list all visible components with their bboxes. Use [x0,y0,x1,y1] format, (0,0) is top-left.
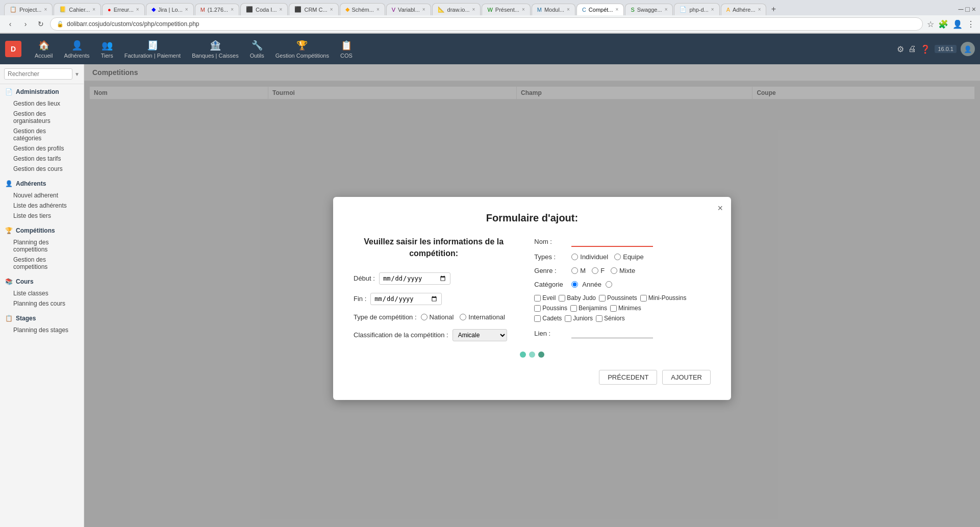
checkbox-seniors-input[interactable] [596,315,602,322]
tab-mail[interactable]: M(1.276...× [195,4,239,15]
forward-button[interactable]: › [19,18,32,30]
tab-present[interactable]: WPrésent...× [482,4,530,15]
checkbox-poussinets[interactable]: Poussinets [599,294,637,302]
sidebar-item-nouvel-adherent[interactable]: Nouvel adherent [5,190,79,200]
type-international-option[interactable]: International [460,313,505,321]
tab-compet[interactable]: CCompét...× [576,4,624,15]
settings-icon[interactable]: ⚙ [897,44,904,54]
checkbox-poussins[interactable]: Poussins [534,305,567,312]
checkbox-seniors[interactable]: Séniors [596,315,625,322]
tab-php[interactable]: 📄php-d...× [674,3,719,15]
debut-input[interactable] [379,272,450,285]
sidebar-item-planning-cours[interactable]: Planning des cours [5,298,79,309]
categorie-radio2[interactable] [606,281,612,288]
checkbox-mini-poussins[interactable]: Mini-Poussins [640,294,687,302]
sidebar-item-gestion-categories[interactable]: Gestion des catégories [5,126,79,143]
app-logo[interactable]: D [5,41,21,57]
nom-input[interactable] [571,236,653,247]
user-avatar[interactable]: 👤 [961,42,975,56]
nav-accueil[interactable]: 🏠 Accueil [30,37,58,62]
sidebar-item-planning-competitions[interactable]: Planning des competitions [5,237,79,255]
nav-outils[interactable]: 🔧 Outils [245,37,269,62]
nav-gestion-competitions[interactable]: 🏆 Gestion Compétitions [270,37,334,62]
checkbox-baby-judo-input[interactable] [559,295,565,302]
checkbox-eveil-input[interactable] [534,295,541,302]
checkbox-cadets[interactable]: Cadets [534,315,562,322]
extension-icon[interactable]: 🧩 [937,18,949,30]
sidebar-item-gestion-profils[interactable]: Gestion des profils [5,143,79,154]
tab-coda[interactable]: ⬛Coda I...× [240,3,288,15]
tab-drawio[interactable]: 📐draw.io...× [432,3,481,15]
fin-input[interactable] [370,293,442,305]
nav-facturation[interactable]: 🧾 Facturation | Paiement [119,37,186,62]
sidebar-item-planning-stages[interactable]: Planning des stages [5,325,79,335]
sidebar-item-gestion-tarifs[interactable]: Gestion des tarifs [5,154,79,164]
categorie-radio1-input[interactable] [571,281,578,288]
sidebar-item-liste-classes[interactable]: Liste classes [5,288,79,298]
print-icon[interactable]: 🖨 [908,44,916,54]
help-icon[interactable]: ❓ [920,44,931,54]
genre-mixte-radio[interactable] [611,267,617,274]
checkbox-eveil[interactable]: Eveil [534,294,556,302]
back-button[interactable]: ‹ [4,18,16,30]
sidebar-item-gestion-organisateurs[interactable]: Gestion des organisateurs [5,109,79,126]
nav-cos[interactable]: 📋 COS [335,37,358,62]
tab-crm[interactable]: ⬛CRM C...× [289,3,338,15]
genre-m-radio[interactable] [571,267,578,274]
type-individuel-radio[interactable] [571,254,578,260]
reload-button[interactable]: ↻ [35,18,47,30]
checkbox-mini-poussins-input[interactable] [640,295,647,302]
star-icon[interactable]: ☆ [926,18,935,30]
categorie-radio2-input[interactable] [606,281,612,288]
type-national-radio[interactable] [421,314,428,320]
genre-mixte-option[interactable]: Mixte [611,267,635,274]
checkbox-poussins-input[interactable] [534,305,541,312]
lien-input[interactable] [571,328,653,338]
tab-variable[interactable]: VVariabl...× [386,4,431,15]
checkbox-benjamins-input[interactable] [570,305,577,312]
search-dropdown-icon[interactable]: ▼ [74,71,80,77]
new-tab-button[interactable]: + [767,3,780,15]
nav-tiers[interactable]: 👥 Tiers [96,37,118,62]
tab-schema[interactable]: ◆Schém...× [340,3,385,15]
checkbox-cadets-input[interactable] [534,315,541,322]
tab-cahier[interactable]: 📒Cahier...× [54,3,101,15]
nav-adherents[interactable]: 👤 Adhérents [59,37,94,62]
tab-jira[interactable]: ◆Jira | Lo...× [146,3,194,15]
checkbox-poussinets-input[interactable] [599,295,606,302]
type-individuel-option[interactable]: Individuel [571,253,608,261]
checkbox-juniors-input[interactable] [565,315,571,322]
categorie-radio1[interactable] [571,281,578,288]
sidebar-item-liste-adherents[interactable]: Liste des adhérents [5,200,79,211]
profile-icon[interactable]: 👤 [951,18,964,30]
sidebar-item-liste-tiers[interactable]: Liste des tiers [5,211,79,221]
checkbox-baby-judo[interactable]: Baby Judo [559,294,596,302]
address-bar[interactable]: 🔓 dolibarr.cosjudo/custom/cos/php/compet… [50,17,923,31]
minimize-button[interactable]: ─ [958,5,963,13]
close-window-button[interactable]: × [972,5,976,13]
modal-close-button[interactable]: × [717,203,723,214]
type-equipe-radio[interactable] [614,254,621,260]
checkbox-benjamins[interactable]: Benjamins [570,305,607,312]
maximize-button[interactable]: □ [965,5,969,13]
type-international-radio[interactable] [460,314,466,320]
menu-icon[interactable]: ⋮ [966,18,976,30]
tab-swagger[interactable]: SSwagge...× [625,4,673,15]
type-national-option[interactable]: National [421,313,454,321]
search-input[interactable] [4,68,72,80]
genre-f-option[interactable]: F [592,267,605,274]
sidebar-item-gestion-competitions[interactable]: Gestion des competitions [5,255,79,272]
tab-erreur[interactable]: ●Erreur...× [102,4,145,15]
precedent-button[interactable]: PRÉCEDENT [599,370,657,385]
genre-f-radio[interactable] [592,267,598,274]
genre-m-option[interactable]: M [571,267,586,274]
type-equipe-option[interactable]: Equipe [614,253,643,261]
sidebar-item-gestion-lieux[interactable]: Gestion des lieux [5,98,79,109]
sidebar-item-gestion-cours[interactable]: Gestion des cours [5,164,79,174]
classification-select[interactable]: Amicale Régionale Nationale Internationa… [453,329,507,341]
checkbox-juniors[interactable]: Juniors [565,315,593,322]
tab-project[interactable]: 📋Project...× [4,3,53,15]
checkbox-minimes[interactable]: Minimes [610,305,641,312]
tab-adhere[interactable]: AAdhére...× [721,4,767,15]
checkbox-minimes-input[interactable] [610,305,617,312]
